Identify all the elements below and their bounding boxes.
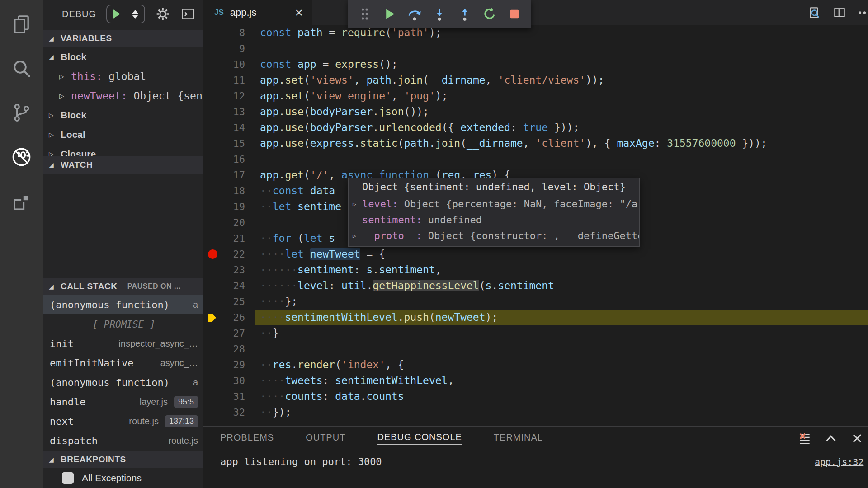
scope-row[interactable]: ◢Block bbox=[43, 47, 203, 66]
clear-console-button[interactable] bbox=[797, 431, 812, 446]
code-line[interactable]: 26····sentimentWithLevel.push(newTweet); bbox=[203, 310, 868, 325]
code-line[interactable]: 11app.set('views', path.join(__dirname, … bbox=[203, 72, 868, 88]
tooltip-property[interactable]: ▷__proto__: Object {constructor: , __def… bbox=[349, 228, 639, 244]
panel-tab-terminal[interactable]: TERMINAL bbox=[494, 432, 543, 445]
close-panel-button[interactable] bbox=[850, 431, 864, 446]
open-debug-console-button[interactable] bbox=[180, 6, 196, 22]
close-icon[interactable]: × bbox=[295, 6, 303, 19]
code-line[interactable]: 13app.use(bodyParser.json()); bbox=[203, 104, 868, 120]
code-line[interactable]: 15app.use(express.static(path.join(__dir… bbox=[203, 136, 868, 151]
more-actions-button[interactable] bbox=[858, 6, 868, 19]
tooltip-property[interactable]: sentiment: undefined bbox=[349, 212, 639, 228]
code-line[interactable]: 29··res.render('index', { bbox=[203, 357, 868, 373]
debug-sidebar: DEBUG ◢ VARIABLES ◢Block▷this: global▷ne… bbox=[43, 0, 203, 488]
activity-explorer[interactable] bbox=[0, 8, 43, 40]
frame-file: inspector_async_… bbox=[118, 338, 198, 349]
frame-file: async_… bbox=[160, 358, 198, 368]
line-number: 22 bbox=[203, 246, 245, 262]
scope-row[interactable]: ▷Block bbox=[43, 105, 203, 125]
debug-toolbar bbox=[348, 0, 531, 28]
restart-button[interactable] bbox=[482, 6, 497, 22]
frame-name: next bbox=[50, 416, 74, 427]
code-line[interactable]: 25····}; bbox=[203, 294, 868, 310]
frame-name: init bbox=[50, 338, 74, 349]
frame-name: (anonymous function) bbox=[50, 377, 170, 388]
code-text: ··const data bbox=[260, 183, 335, 199]
code-line[interactable]: 22····let newTweet = { bbox=[203, 246, 868, 262]
scope-name: Local bbox=[61, 129, 85, 140]
line-number: 19 bbox=[203, 199, 245, 215]
callstack-frame[interactable]: dispatchroute.js bbox=[43, 431, 203, 450]
configure-button[interactable] bbox=[155, 6, 170, 22]
variables-section-header[interactable]: ◢ VARIABLES bbox=[43, 30, 203, 47]
callstack-frame[interactable]: handlelayer.js95:5 bbox=[43, 392, 203, 412]
callstack-frame[interactable]: emitInitNativeasync_… bbox=[43, 353, 203, 373]
code-line[interactable]: 30····tweets: sentimentWithLevel, bbox=[203, 373, 868, 389]
line-number: 9 bbox=[203, 41, 245, 56]
panel-tab-output[interactable]: OUTPUT bbox=[306, 432, 345, 445]
line-number: 10 bbox=[203, 56, 245, 72]
config-dropdown[interactable] bbox=[126, 10, 145, 19]
activity-debug[interactable] bbox=[0, 141, 43, 173]
code-line[interactable]: 31····counts: data.counts bbox=[203, 389, 868, 404]
scope-row[interactable]: ▷Local bbox=[43, 125, 203, 144]
scope-name: Block bbox=[61, 110, 86, 121]
code-line[interactable]: 28 bbox=[203, 341, 868, 357]
activity-extensions[interactable] bbox=[0, 186, 43, 218]
step-into-button[interactable] bbox=[432, 6, 447, 22]
continue-button[interactable] bbox=[382, 6, 397, 22]
property-name: sentiment: bbox=[362, 214, 422, 225]
code-line[interactable]: 12app.set('view engine', 'pug'); bbox=[203, 88, 868, 104]
variable-name: this: bbox=[71, 70, 102, 82]
activity-source-control[interactable] bbox=[0, 97, 43, 128]
line-number: 32 bbox=[203, 404, 245, 420]
code-line[interactable]: 23······sentiment: s.sentiment, bbox=[203, 262, 868, 278]
twistie-expanded-icon: ◢ bbox=[49, 161, 61, 169]
stop-button[interactable] bbox=[507, 6, 522, 22]
tooltip-property[interactable]: ▷level: Object {percentage: NaN, faceIma… bbox=[349, 196, 639, 212]
split-editor-button[interactable] bbox=[833, 6, 846, 19]
property-value: undefined bbox=[422, 214, 481, 225]
code-line[interactable]: 27··} bbox=[203, 325, 868, 341]
console-source-link[interactable]: app.js:32 bbox=[815, 453, 863, 471]
tab-app-js[interactable]: JS app.js × bbox=[203, 0, 312, 25]
line-number: 26 bbox=[203, 310, 245, 325]
panel-tab-problems[interactable]: PROBLEMS bbox=[220, 432, 274, 445]
panel-tab-debug-console[interactable]: DEBUG CONSOLE bbox=[377, 432, 462, 445]
callstack-frame[interactable]: nextroute.js137:13 bbox=[43, 412, 203, 431]
code-line[interactable]: 9 bbox=[203, 41, 868, 56]
call-stack-section-header[interactable]: ◢ CALL STACK PAUSED ON ... bbox=[43, 278, 203, 295]
breakpoints-section-header[interactable]: ◢ BREAKPOINTS bbox=[43, 451, 203, 468]
variables-tree: ◢Block▷this: global▷newTweet: Object {se… bbox=[43, 47, 203, 164]
checkbox[interactable] bbox=[62, 472, 74, 484]
code-line[interactable]: 16 bbox=[203, 151, 868, 167]
step-over-button[interactable] bbox=[407, 6, 422, 22]
code-line[interactable]: 32··}); bbox=[203, 404, 868, 420]
frame-file: route.js bbox=[168, 436, 198, 446]
variable-value: Object {sent… bbox=[127, 90, 203, 102]
code-text: ··for (let s bbox=[260, 230, 335, 246]
start-debug-button[interactable] bbox=[107, 9, 126, 19]
callstack-frame[interactable]: (anonymous function)a bbox=[43, 295, 203, 314]
twistie-collapsed-icon: ▷ bbox=[353, 228, 356, 244]
code-line[interactable]: 8const path = require('path'); bbox=[203, 25, 868, 41]
open-preview-button[interactable] bbox=[807, 6, 821, 19]
property-value: Object {percentage: NaN, faceImage: "/a bbox=[398, 198, 637, 210]
code-line[interactable]: 14app.use(bodyParser.urlencoded({ extend… bbox=[203, 120, 868, 136]
watch-section-header[interactable]: ◢ WATCH bbox=[43, 156, 203, 174]
code-line[interactable]: 24······level: util.getHappinessLevel(s.… bbox=[203, 278, 868, 294]
maximize-panel-button[interactable] bbox=[824, 431, 838, 446]
variable-row[interactable]: ▷newTweet: Object {sent… bbox=[43, 86, 203, 105]
explorer-icon bbox=[11, 14, 32, 35]
variable-row[interactable]: ▷this: global bbox=[43, 66, 203, 86]
code-line[interactable]: 10const app = express(); bbox=[203, 56, 868, 72]
activity-search[interactable] bbox=[0, 52, 43, 84]
callstack-frame[interactable]: (anonymous function)a bbox=[43, 373, 203, 392]
drag-grip[interactable] bbox=[357, 6, 373, 22]
line-number: 16 bbox=[203, 151, 245, 167]
step-out-button[interactable] bbox=[457, 6, 472, 22]
callstack-frame[interactable]: initinspector_async_… bbox=[43, 334, 203, 353]
breakpoint-all-exceptions-row[interactable]: All Exceptions bbox=[43, 468, 203, 488]
extensions-icon bbox=[11, 192, 32, 213]
callstack-separator: [ PROMISE ] bbox=[43, 314, 203, 334]
